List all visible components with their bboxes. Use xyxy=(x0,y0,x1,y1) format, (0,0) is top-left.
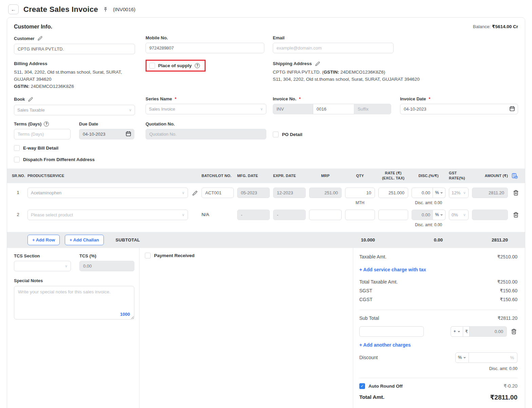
mobile-input[interactable] xyxy=(146,43,264,53)
charge-delete-trash-icon[interactable] xyxy=(510,328,517,335)
row1-disc-input[interactable] xyxy=(412,188,433,198)
tcs-pct-input[interactable] xyxy=(79,261,134,271)
po-detail-checkbox[interactable] xyxy=(273,132,279,137)
row1-batch-input[interactable] xyxy=(202,188,234,198)
series-select[interactable]: Sales Invoice ∨ xyxy=(146,104,266,114)
quotation-input[interactable] xyxy=(146,129,266,139)
pin-icon[interactable] xyxy=(103,7,108,12)
shipping-address-line2: S11, 304, 2202, Old st.thomas school, Su… xyxy=(273,76,518,83)
customer-edit-pencil-icon[interactable] xyxy=(37,35,43,41)
add-row-button[interactable]: + Add Row xyxy=(27,235,60,245)
auto-round-checkbox[interactable]: ✓ xyxy=(359,383,365,389)
charge-amount-input[interactable] xyxy=(470,326,507,337)
row2-mrp-input[interactable] xyxy=(309,210,342,220)
terms-help-icon[interactable]: ? xyxy=(44,121,49,127)
row1-delete-trash-icon[interactable] xyxy=(511,189,520,196)
due-date-field: Due Date xyxy=(79,119,134,139)
place-of-supply-checkbox[interactable] xyxy=(149,63,155,69)
row2-mfg-input[interactable] xyxy=(237,210,270,220)
dispatch-checkbox[interactable] xyxy=(14,157,20,162)
notes-char-counter: 1000 xyxy=(120,312,130,317)
row2-qty-input[interactable] xyxy=(345,210,375,220)
invoice-no-label: Invoice No.* xyxy=(273,96,301,101)
invoice-number-input[interactable] xyxy=(313,104,354,114)
invoice-date-input[interactable] xyxy=(400,104,518,114)
row1-mrp-input[interactable] xyxy=(309,188,342,198)
sub-total-row: Sub Total ₹2811.20 xyxy=(359,315,517,321)
discount-value-input[interactable]: % xyxy=(469,352,517,363)
due-date-picker[interactable] xyxy=(79,129,134,139)
email-label: Email xyxy=(273,35,285,40)
row1-gst-value: 12% xyxy=(452,190,460,195)
tcs-section-select[interactable]: ∨ xyxy=(14,261,71,271)
po-detail-cell: PO Detail xyxy=(273,119,400,139)
row1-qty-input[interactable] xyxy=(345,188,375,198)
shipping-edit-pencil-icon[interactable] xyxy=(315,61,321,67)
check-icon: ✓ xyxy=(360,384,364,388)
row2-delete-trash-icon[interactable] xyxy=(511,211,520,218)
product-table-header: SR.NO. PRODUCT/SERVICE BATCH/LOT NO. MFG… xyxy=(7,169,525,183)
book-edit-pencil-icon[interactable] xyxy=(27,96,34,102)
col-header-batch: BATCH/LOT NO. xyxy=(202,173,234,178)
col-header-mfg: MFG. DATE xyxy=(237,173,270,178)
col-header-amount: AMOUNT (₹) xyxy=(472,173,508,178)
charge-sign-select[interactable]: + xyxy=(451,326,463,337)
terms-input[interactable] xyxy=(14,129,71,139)
required-asterisk: * xyxy=(429,96,431,101)
invoice-suffix-input[interactable] xyxy=(354,104,391,114)
row2-disc-cell: % Disc. amt: 0.00 xyxy=(412,210,445,227)
row1-mfg-input[interactable] xyxy=(237,188,270,198)
customer-fields-row: Customer Mobile No. Email xyxy=(7,31,525,54)
row2-gst-select[interactable]: 0% ∨ xyxy=(449,210,469,220)
chevron-down-icon: ∨ xyxy=(182,191,185,195)
book-series-row: Book Sales Taxable ∨ Series Name* Sales … xyxy=(7,90,525,115)
shipping-address: Shipping Address CPTG INFRA PVT.LTD. (GS… xyxy=(273,56,518,90)
special-notes-textarea[interactable] xyxy=(14,286,134,319)
row1-disc-unit-select[interactable]: % xyxy=(433,188,445,198)
add-challan-button[interactable]: + Add Challan xyxy=(65,235,104,245)
invoice-date-picker[interactable] xyxy=(400,104,518,114)
back-button[interactable]: ← xyxy=(8,4,19,14)
sgst-row: SGST ₹150.60 xyxy=(359,288,517,293)
book-select[interactable]: Sales Taxable ∨ xyxy=(14,105,135,115)
eway-bill-checkbox[interactable] xyxy=(14,145,20,151)
row1-rate-input[interactable] xyxy=(378,188,408,198)
row2-disc-unit-select[interactable]: % xyxy=(433,210,445,220)
row2-expr-input[interactable] xyxy=(273,210,306,220)
row1-gst-select[interactable]: 12% ∨ xyxy=(449,188,469,198)
payment-received-checkbox[interactable] xyxy=(145,253,151,258)
invoice-no-group xyxy=(273,104,392,114)
row2-disc-amt-note: Disc. amt: 0.00 xyxy=(412,222,445,227)
page-title: Create Sales Invoice xyxy=(23,5,98,14)
row2-rate-input[interactable] xyxy=(378,210,408,220)
charge-amount-group: + ₹ xyxy=(451,326,507,337)
invoice-prefix-input[interactable] xyxy=(273,104,313,114)
special-notes-label: Special Notes xyxy=(14,278,43,283)
place-of-supply-label: Place of supply xyxy=(158,63,192,68)
place-of-supply-help-icon[interactable]: ? xyxy=(195,63,200,68)
row1-product-select[interactable]: Acetaminophen ∨ xyxy=(27,188,188,198)
customer-input[interactable] xyxy=(14,44,135,54)
subtotal-bar: + Add Row + Add Challan SUBTOTAL 10.000 … xyxy=(7,232,525,248)
due-date-input[interactable] xyxy=(79,129,134,139)
auto-round-label: Auto Round Off xyxy=(368,384,402,389)
row1-edit-pencil-icon[interactable] xyxy=(191,190,198,196)
row2-product-cell: Please select product ∨ xyxy=(27,210,188,220)
row2-disc-input[interactable] xyxy=(412,210,433,220)
chevron-down-icon: ∨ xyxy=(463,213,466,217)
column-settings-icon[interactable] xyxy=(511,172,520,179)
discount-unit-select[interactable]: % xyxy=(455,352,469,363)
email-input[interactable] xyxy=(273,43,394,53)
payment-column: Payment Received xyxy=(139,248,353,408)
row2-gst-value: 0% xyxy=(452,212,458,217)
row1-expr-input[interactable] xyxy=(273,188,306,198)
eway-bill-row: E-way Bill Detail xyxy=(7,145,525,151)
row2-amount-input[interactable] xyxy=(472,210,508,220)
chevron-down-icon xyxy=(440,213,443,216)
charge-name-input[interactable] xyxy=(359,326,424,337)
row1-amount-input[interactable] xyxy=(472,188,508,198)
add-another-charges-link[interactable]: + Add another charges xyxy=(359,342,411,348)
row2-product-select[interactable]: Please select product ∨ xyxy=(27,210,188,220)
add-service-charge-link[interactable]: + Add service charge with tax xyxy=(359,267,426,272)
tcs-section-label: TCS Section xyxy=(14,253,40,258)
